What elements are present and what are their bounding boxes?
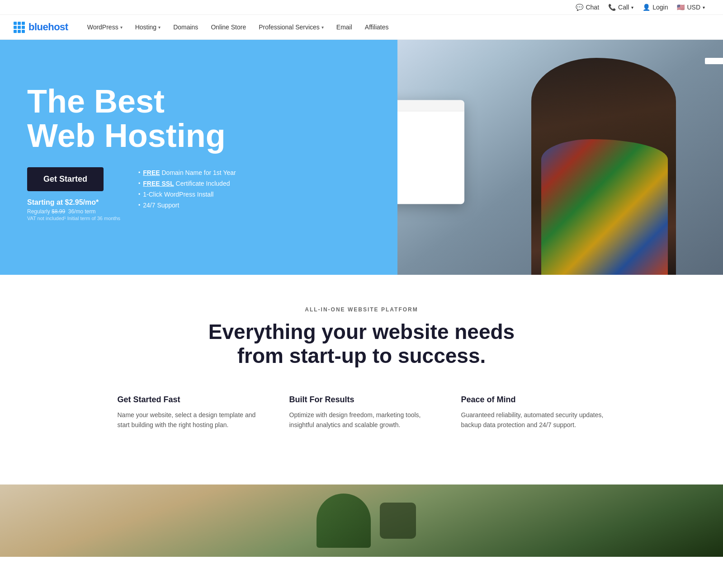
feature-list: • FREE Domain Name for 1st Year • FREE S… <box>138 167 236 209</box>
bullet-icon: • <box>138 202 140 208</box>
bullet-icon: • <box>138 191 140 198</box>
user-icon: 👤 <box>643 4 650 11</box>
currency-selector[interactable]: 🇺🇸 USD ▾ <box>677 4 705 11</box>
hero-title-line1: The Best <box>27 83 165 119</box>
mock-card-body: ♛ ESTD · 1996 STYLE GROOMING HAIR LIFEST… <box>397 112 464 204</box>
nav-online-store-label: Online Store <box>211 24 246 31</box>
nav-item-domains[interactable]: Domains <box>168 20 203 34</box>
chat-icon: 💬 <box>576 4 583 11</box>
mock-social-links: f t ◎ <box>397 192 457 197</box>
logo-grid-icon <box>14 22 25 33</box>
nav-email-label: Email <box>336 24 352 31</box>
nav-hosting-label: Hosting <box>135 24 156 31</box>
feature-results-title: Built For Results <box>289 395 434 405</box>
nav-item-wordpress[interactable]: WordPress ▾ <box>82 20 128 34</box>
feature-wordpress-text: 1-Click WordPress Install <box>143 191 213 198</box>
pro-services-chevron-icon: ▾ <box>321 25 324 30</box>
price-regular: Regularly $8.99 36/mo term <box>27 208 120 215</box>
hosting-chevron-icon: ▾ <box>158 25 161 30</box>
call-link[interactable]: 📞 Call ▾ <box>608 4 633 11</box>
login-label: Login <box>652 4 668 11</box>
get-started-button[interactable]: Get Started <box>27 167 104 191</box>
feature-peace-title: Peace of Mind <box>461 395 606 405</box>
bottom-image <box>0 485 723 557</box>
chat-link[interactable]: 💬 Chat <box>576 4 599 11</box>
mock-nav-items: STYLE GROOMING HAIR LIFESTYLE CARS WATCH… <box>397 146 457 187</box>
price-info: Starting at $2.95/mo* <box>27 198 120 207</box>
mock-brand-name: ESTD · 1996 <box>397 141 457 145</box>
nav-wordpress-label: WordPress <box>87 24 118 31</box>
nav-item-affiliates[interactable]: Affiliates <box>359 20 394 34</box>
currency-chevron: ▾ <box>703 5 705 10</box>
price-vat: VAT not included¹ Initial term of 36 mon… <box>27 216 120 221</box>
call-label: Call <box>618 4 629 11</box>
flag-icon: 🇺🇸 <box>677 4 685 11</box>
wordpress-chevron-icon: ▾ <box>120 25 123 30</box>
feature-fast-desc: Name your website, select a design templ… <box>118 410 262 430</box>
cta-row: Get Started Starting at $2.95/mo* Regula… <box>27 167 370 221</box>
currency-label: USD <box>687 4 700 11</box>
bullet-icon: • <box>138 169 140 176</box>
feature-fast-title: Get Started Fast <box>118 395 262 405</box>
feature-item-ssl: • FREE SSL Certificate Included <box>138 180 236 187</box>
chat-label: Chat <box>586 4 599 11</box>
hero-right: ♛ ESTD · 1996 STYLE GROOMING HAIR LIFEST… <box>397 40 723 275</box>
nav-domains-label: Domains <box>173 24 198 31</box>
feature-item-wordpress: • 1-Click WordPress Install <box>138 191 236 198</box>
feature-peace-desc: Guaranteed reliability, automated securi… <box>461 410 606 430</box>
nav-item-professional-services[interactable]: Professional Services ▾ <box>253 20 329 34</box>
call-chevron: ▾ <box>631 5 633 10</box>
mock-card-titlebar <box>397 100 464 112</box>
nav-affiliates-label: Affiliates <box>365 24 389 31</box>
logo-text: bluehost <box>28 21 68 33</box>
top-bar: 💬 Chat 📞 Call ▾ 👤 Login 🇺🇸 USD ▾ <box>0 0 723 15</box>
cta-left: Get Started Starting at $2.95/mo* Regula… <box>27 167 120 221</box>
feature-col-results: Built For Results Optimize with design f… <box>289 395 434 430</box>
phone-icon: 📞 <box>608 4 616 11</box>
nav-item-email[interactable]: Email <box>331 20 358 34</box>
feature-col-peace: Peace of Mind Guaranteed reliability, au… <box>461 395 606 430</box>
features-row: Get Started Fast Name your website, sele… <box>113 395 610 430</box>
nav-item-hosting[interactable]: Hosting ▾ <box>130 20 166 34</box>
feature-ssl-text: FREE SSL Certificate Included <box>143 180 230 187</box>
hero-title-line2: Web Hosting <box>27 118 226 154</box>
feature-domain-text: FREE Domain Name for 1st Year <box>143 169 236 176</box>
bullet-icon: • <box>138 180 140 187</box>
feature-item-support: • 24/7 Support <box>138 202 236 209</box>
hero-title: The Best Web Hosting <box>27 85 370 153</box>
feature-support-text: 24/7 Support <box>143 202 179 209</box>
nav-items: WordPress ▾ Hosting ▾ Domains Online Sto… <box>82 20 394 34</box>
logo[interactable]: bluehost <box>14 21 68 33</box>
hero-left: The Best Web Hosting Get Started Startin… <box>0 40 397 275</box>
feature-results-desc: Optimize with design freedom, marketing … <box>289 410 434 430</box>
white-accent-bar <box>705 58 723 64</box>
lower-section: ALL-IN-ONE WEBSITE PLATFORM Everything y… <box>0 275 723 485</box>
mock-website-card: ♛ ESTD · 1996 STYLE GROOMING HAIR LIFEST… <box>397 100 464 204</box>
nav-pro-services-label: Professional Services <box>259 24 320 31</box>
platform-label: ALL-IN-ONE WEBSITE PLATFORM <box>18 306 705 313</box>
nav-item-online-store[interactable]: Online Store <box>205 20 251 34</box>
hero-section: The Best Web Hosting Get Started Startin… <box>0 40 723 275</box>
feature-col-fast: Get Started Fast Name your website, sele… <box>118 395 262 430</box>
lower-title: Everything your website needs from start… <box>203 320 520 368</box>
main-nav: bluehost WordPress ▾ Hosting ▾ Domains O… <box>0 15 723 40</box>
feature-item-domain: • FREE Domain Name for 1st Year <box>138 169 236 176</box>
login-link[interactable]: 👤 Login <box>643 4 668 11</box>
